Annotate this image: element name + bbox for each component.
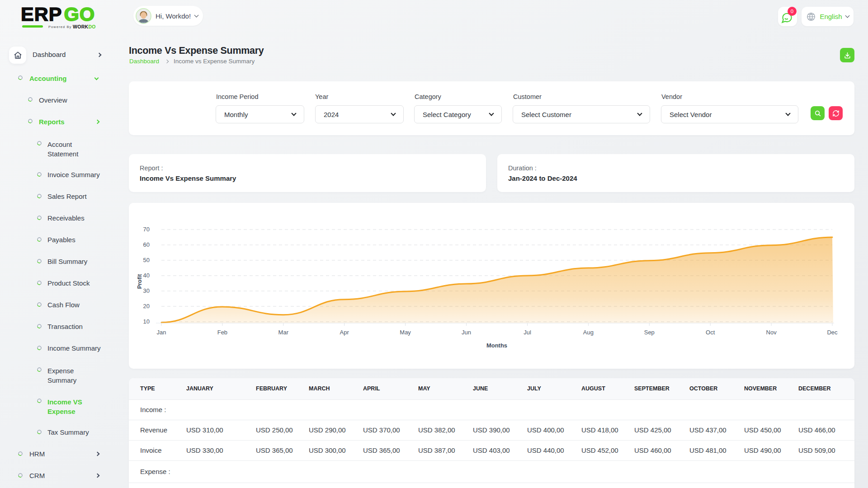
svg-text:Months: Months <box>486 342 507 349</box>
svg-text:Sep: Sep <box>644 329 655 336</box>
svg-text:50: 50 <box>143 257 150 263</box>
svg-text:Feb: Feb <box>217 329 227 336</box>
svg-text:Jan: Jan <box>157 329 166 336</box>
svg-text:Aug: Aug <box>583 329 594 336</box>
svg-text:20: 20 <box>143 303 150 310</box>
svg-text:Mar: Mar <box>278 329 289 336</box>
svg-text:Dec: Dec <box>827 329 838 336</box>
svg-text:Oct: Oct <box>706 329 715 336</box>
svg-text:Profit: Profit <box>137 274 143 289</box>
svg-text:Jun: Jun <box>462 329 471 336</box>
svg-text:70: 70 <box>143 226 150 233</box>
svg-text:Nov: Nov <box>766 329 777 336</box>
svg-text:60: 60 <box>143 241 150 248</box>
svg-text:10: 10 <box>143 318 150 325</box>
svg-text:40: 40 <box>143 272 150 279</box>
svg-text:30: 30 <box>143 287 150 294</box>
svg-text:Jul: Jul <box>524 329 531 336</box>
svg-text:Apr: Apr <box>340 329 349 336</box>
svg-text:May: May <box>400 329 411 336</box>
